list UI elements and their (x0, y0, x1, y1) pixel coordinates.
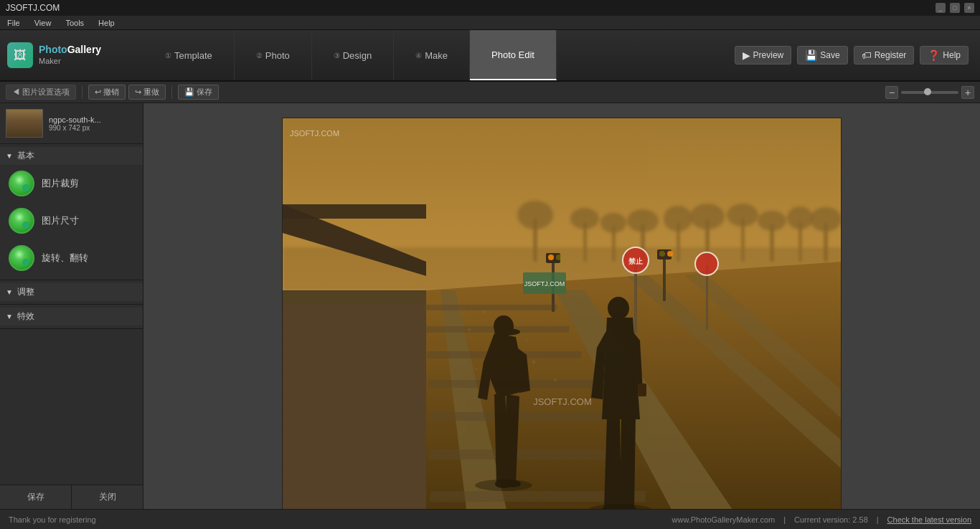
tool-resize[interactable]: 图片尺寸 (0, 202, 143, 239)
logo-icon: 🖼 (7, 42, 33, 68)
content-area: 禁止 JSOFTJ.COM (143, 103, 980, 509)
rotate-icon (9, 245, 34, 271)
svg-point-96 (475, 480, 532, 491)
section-adjust-arrow: ▼ (6, 288, 13, 296)
zoom-slider-handle[interactable] (924, 88, 931, 95)
resize-label: 图片尺寸 (42, 214, 79, 227)
tool-rotate[interactable]: 旋转、翻转 (0, 239, 143, 277)
svg-point-3 (517, 201, 553, 229)
minimize-button[interactable]: _ (936, 3, 946, 13)
tab-photo-edit[interactable]: Photo Edit (470, 30, 557, 80)
redo-label: 重做 (143, 87, 159, 97)
section-basic-arrow: ▼ (6, 152, 13, 160)
svg-text:JSOFTJ.COM: JSOFTJ.COM (533, 396, 592, 407)
svg-point-56 (526, 340, 528, 342)
sidebar-section-basic: ▼ 基本 图片裁剪 图片尺寸 旋转、翻转 (0, 144, 143, 280)
tab-template[interactable]: ① Template (143, 30, 235, 80)
svg-point-70 (667, 251, 673, 257)
svg-point-17 (758, 211, 786, 231)
main-layout: ngpc-south-k... 990 x 742 px ▼ 基本 图片裁剪 图… (0, 103, 980, 509)
svg-point-59 (476, 368, 478, 371)
preview-label: Preview (753, 50, 784, 60)
undo-button[interactable]: ↩ 撤销 (88, 85, 126, 100)
toolbar-save-icon: 💾 (184, 87, 194, 97)
preview-icon: ▶ (743, 49, 750, 61)
crop-icon (9, 171, 34, 196)
status-thank-you: Thank you for registering (9, 515, 96, 524)
section-effects-arrow: ▼ (6, 313, 13, 320)
tab-make-step: ④ (415, 52, 422, 59)
logo-maker: Maker (39, 57, 61, 65)
photo-thumbnail-area: ngpc-south-k... 990 x 742 px (0, 103, 143, 144)
svg-point-15 (727, 204, 758, 227)
section-adjust-title[interactable]: ▼ 调整 (0, 283, 143, 301)
svg-rect-25 (283, 305, 426, 509)
crop-label: 图片裁剪 (42, 177, 79, 190)
menu-tools[interactable]: Tools (62, 17, 87, 29)
svg-rect-24 (283, 204, 426, 219)
menubar: File View Tools Help (0, 16, 980, 30)
photo-svg: 禁止 JSOFTJ.COM (283, 118, 842, 509)
sidebar-close-button[interactable]: 关闭 (71, 485, 143, 509)
redo-button[interactable]: ↪ 重做 (128, 85, 166, 100)
svg-rect-48 (428, 412, 612, 421)
help-icon: ❓ (928, 49, 940, 61)
zoom-out-button[interactable]: − (885, 86, 898, 99)
register-icon: 🏷 (862, 49, 872, 61)
sidebar-section-effects: ▼ 特效 (0, 305, 143, 329)
svg-text:JSOFTJ.COM: JSOFTJ.COM (290, 129, 339, 138)
back-to-settings[interactable]: ◀ 图片设置选项 (6, 85, 76, 100)
logo-photo: Photo (39, 44, 67, 55)
toolbar-save-button[interactable]: 💾 保存 (178, 85, 219, 100)
thumbnail-inner (6, 110, 42, 137)
zoom-in-button[interactable]: + (961, 86, 974, 99)
svg-point-65 (548, 254, 554, 260)
tab-design-step: ③ (334, 52, 340, 59)
section-adjust-label: 调整 (17, 286, 34, 298)
section-effects-title[interactable]: ▼ 特效 (0, 308, 143, 325)
zoom-slider[interactable] (901, 91, 958, 94)
section-basic-title[interactable]: ▼ 基本 (0, 147, 143, 165)
photo-size: 990 x 742 px (49, 124, 101, 132)
tab-photo[interactable]: ② Photo (235, 30, 312, 80)
brand-left: JSOFTJ.COM (6, 3, 60, 13)
website: www.PhotoGalleryMaker.com (672, 515, 776, 524)
tab-photo-edit-label: Photo Edit (491, 49, 534, 60)
resize-icon (9, 208, 34, 234)
save-button[interactable]: 💾 Save (797, 46, 847, 65)
menu-file[interactable]: File (4, 17, 23, 29)
help-label: Help (943, 50, 961, 60)
svg-point-13 (690, 204, 725, 229)
sidebar-save-button[interactable]: 保存 (0, 485, 71, 509)
tool-crop[interactable]: 图片裁剪 (0, 165, 143, 202)
section-basic-label: 基本 (17, 150, 34, 162)
svg-point-87 (608, 297, 629, 320)
menu-view[interactable]: View (32, 17, 55, 29)
tab-photo-label: Photo (265, 50, 290, 61)
svg-point-21 (810, 207, 842, 232)
tab-make-label: Make (425, 50, 448, 61)
sidebar-section-adjust: ▼ 调整 (0, 280, 143, 305)
tab-design[interactable]: ③ Design (312, 30, 394, 80)
check-update[interactable]: Check the latest version (887, 515, 971, 524)
preview-button[interactable]: ▶ Preview (735, 46, 792, 65)
toolbar-separator-1 (82, 86, 83, 99)
back-label: ◀ 图片设置选项 (12, 87, 70, 96)
svg-point-66 (556, 254, 562, 260)
maximize-button[interactable]: □ (950, 3, 960, 13)
section-effects-label: 特效 (17, 310, 34, 323)
photo-name: ngpc-south-k... (49, 115, 101, 124)
close-button[interactable]: × (964, 3, 974, 13)
register-button[interactable]: 🏷 Register (854, 46, 915, 65)
tab-design-label: Design (343, 50, 372, 61)
help-button[interactable]: ❓ Help (920, 46, 969, 65)
tab-make[interactable]: ④ Make (394, 30, 470, 80)
sidebar-bottom: 保存 关闭 (0, 485, 143, 509)
toolbar: ◀ 图片设置选项 ↩ 撤销 ↪ 重做 💾 保存 − + (0, 82, 980, 103)
save-label: Save (820, 50, 839, 60)
svg-text:JSOFTJ.COM: JSOFTJ.COM (524, 280, 565, 287)
svg-rect-91 (638, 383, 646, 396)
status-right: www.PhotoGalleryMaker.com | Current vers… (672, 515, 972, 524)
menu-help[interactable]: Help (95, 17, 118, 29)
tab-template-label: Template (174, 50, 212, 61)
